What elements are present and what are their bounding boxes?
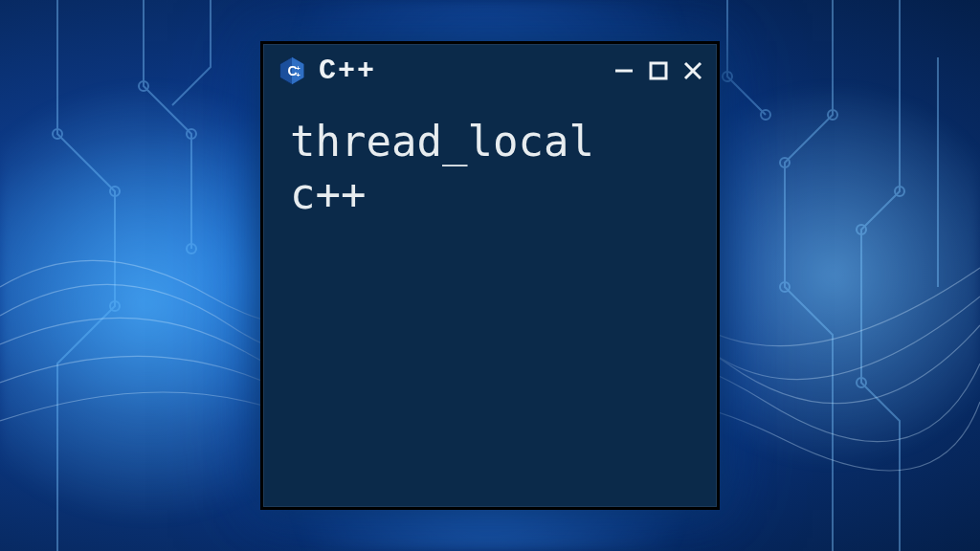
titlebar[interactable]: C + + C++ bbox=[263, 44, 717, 98]
svg-text:+: + bbox=[296, 72, 300, 79]
code-line-2: c++ bbox=[290, 169, 366, 218]
svg-point-11 bbox=[857, 378, 866, 387]
svg-rect-20 bbox=[651, 63, 666, 78]
cpp-window: C + + C++ thread_local c++ bbox=[260, 41, 720, 510]
svg-point-10 bbox=[857, 225, 866, 234]
svg-point-3 bbox=[139, 81, 148, 91]
minimize-button[interactable] bbox=[612, 58, 636, 83]
svg-point-4 bbox=[187, 129, 196, 139]
maximize-button[interactable] bbox=[646, 58, 671, 83]
window-title: C++ bbox=[319, 55, 612, 87]
window-controls bbox=[612, 58, 705, 83]
svg-point-1 bbox=[110, 187, 120, 196]
svg-point-12 bbox=[723, 72, 732, 81]
close-button[interactable] bbox=[680, 58, 705, 83]
svg-point-5 bbox=[187, 244, 196, 253]
code-text: thread_local c++ bbox=[290, 115, 690, 220]
svg-point-6 bbox=[828, 110, 837, 120]
window-content: thread_local c++ bbox=[263, 98, 717, 507]
svg-point-7 bbox=[780, 158, 790, 167]
svg-point-9 bbox=[895, 187, 904, 196]
svg-point-8 bbox=[780, 282, 790, 292]
code-line-1: thread_local bbox=[290, 117, 594, 165]
svg-point-2 bbox=[110, 301, 120, 311]
svg-point-13 bbox=[761, 110, 770, 120]
cpp-logo-icon: C + + bbox=[277, 55, 307, 86]
svg-point-0 bbox=[53, 129, 62, 139]
